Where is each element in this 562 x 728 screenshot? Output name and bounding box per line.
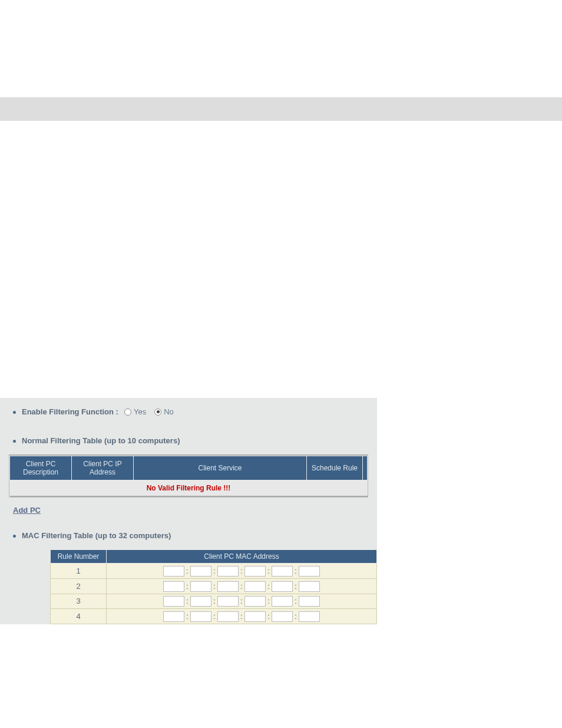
- mac-octet-input[interactable]: [163, 566, 184, 577]
- mac-separator: :: [266, 612, 272, 621]
- bullet-icon: [13, 535, 16, 538]
- th-rule-number: Rule Number: [51, 550, 107, 564]
- mac-octet-input[interactable]: [163, 581, 184, 592]
- mac-separator: :: [239, 597, 244, 605]
- mac-octet-input[interactable]: [163, 611, 184, 622]
- mac-address-cell: :::::: [107, 564, 377, 579]
- normal-table-title: Normal Filtering Table (up to 10 compute…: [22, 436, 180, 445]
- bullet-icon: [13, 411, 16, 414]
- rule-number-cell: 3: [51, 594, 107, 609]
- mac-octet-input[interactable]: [217, 566, 239, 577]
- rule-number-cell: 4: [51, 609, 107, 624]
- table-row: 2:::::: [51, 578, 377, 594]
- mac-separator: :: [239, 612, 244, 621]
- normal-table-title-row: Normal Filtering Table (up to 10 compute…: [0, 433, 377, 449]
- mac-separator: :: [211, 582, 217, 591]
- mac-octet-input[interactable]: [190, 581, 211, 592]
- mac-separator: :: [184, 582, 190, 591]
- mac-separator: :: [266, 567, 272, 575]
- radio-no[interactable]: No: [154, 407, 174, 416]
- mac-octet-input[interactable]: [299, 596, 320, 607]
- mac-filter-table: Rule Number Client PC MAC Address 1:::::…: [50, 549, 377, 624]
- mac-octet-input[interactable]: [190, 566, 211, 577]
- no-rule-row: No Valid Filtering Rule !!!: [10, 480, 368, 497]
- th-client-service: Client Service: [134, 456, 307, 480]
- mac-octet-input[interactable]: [299, 581, 320, 592]
- mac-separator: :: [266, 582, 272, 591]
- mac-separator: :: [211, 597, 217, 605]
- radio-yes-label: Yes: [134, 407, 146, 416]
- mac-octet-input[interactable]: [299, 566, 320, 577]
- filter-panel: Enable Filtering Function : Yes No Norma…: [0, 398, 377, 624]
- table-header-row: Rule Number Client PC MAC Address: [51, 550, 377, 564]
- table-row: 1:::::: [51, 564, 377, 579]
- add-pc-link[interactable]: Add PC: [0, 498, 377, 515]
- mac-octet-input[interactable]: [272, 596, 293, 607]
- th-mac-address: Client PC MAC Address: [107, 550, 377, 564]
- mac-separator: :: [211, 567, 217, 575]
- radio-no-label: No: [164, 407, 174, 416]
- radio-yes[interactable]: Yes: [124, 407, 146, 416]
- mac-octet-input[interactable]: [190, 611, 211, 622]
- mac-separator: :: [239, 582, 244, 591]
- mac-octet-input[interactable]: [190, 596, 211, 607]
- mac-separator: :: [211, 612, 217, 621]
- rule-number-cell: 1: [51, 564, 107, 579]
- mac-octet-input[interactable]: [272, 581, 293, 592]
- mac-separator: :: [184, 567, 190, 575]
- mac-address-cell: :::::: [107, 594, 377, 609]
- mac-table-title-row: MAC Filtering Table (up to 32 computers): [0, 528, 377, 543]
- normal-filter-table: Client PC Description Client PC IP Addre…: [9, 456, 368, 497]
- mac-octet-input[interactable]: [244, 581, 266, 592]
- mac-octet-input[interactable]: [244, 596, 266, 607]
- mac-separator: :: [293, 612, 299, 621]
- table-row: 4:::::: [51, 609, 377, 624]
- mac-octet-input[interactable]: [272, 566, 293, 577]
- mac-separator: :: [239, 567, 244, 575]
- mac-address-cell: :::::: [107, 578, 377, 594]
- radio-icon: [154, 409, 161, 416]
- mac-octet-input[interactable]: [217, 611, 239, 622]
- mac-octet-input[interactable]: [217, 596, 239, 607]
- enable-filter-radios: Yes No: [124, 407, 182, 416]
- mac-address-cell: :::::: [107, 609, 377, 624]
- mac-octet-input[interactable]: [244, 611, 266, 622]
- mac-table-wrap: Rule Number Client PC MAC Address 1:::::…: [0, 549, 377, 624]
- th-spacer: [363, 456, 368, 480]
- th-client-ip: Client PC IP Address: [72, 456, 134, 480]
- mac-octet-input[interactable]: [272, 611, 293, 622]
- radio-icon: [124, 409, 131, 416]
- mac-separator: :: [293, 582, 299, 591]
- mac-octet-input[interactable]: [299, 611, 320, 622]
- mac-octet-input[interactable]: [244, 566, 266, 577]
- table-header-row: Client PC Description Client PC IP Addre…: [10, 456, 368, 480]
- no-rule-message: No Valid Filtering Rule !!!: [10, 480, 368, 497]
- mac-table-title: MAC Filtering Table (up to 32 computers): [22, 531, 171, 540]
- enable-filter-label: Enable Filtering Function :: [22, 407, 118, 416]
- mac-separator: :: [184, 612, 190, 621]
- mac-separator: :: [184, 597, 190, 605]
- mac-octet-input[interactable]: [163, 596, 184, 607]
- th-client-desc: Client PC Description: [10, 456, 72, 480]
- enable-filter-row: Enable Filtering Function : Yes No: [0, 404, 377, 420]
- top-grey-band: [0, 97, 562, 121]
- th-schedule-rule: Schedule Rule: [307, 456, 363, 480]
- bullet-icon: [13, 440, 16, 443]
- rule-number-cell: 2: [51, 578, 107, 594]
- mac-octet-input[interactable]: [217, 581, 239, 592]
- mac-separator: :: [293, 567, 299, 575]
- normal-filter-table-frame: Client PC Description Client PC IP Addre…: [9, 454, 368, 498]
- mac-separator: :: [293, 597, 299, 605]
- mac-separator: :: [266, 597, 272, 605]
- table-row: 3:::::: [51, 594, 377, 609]
